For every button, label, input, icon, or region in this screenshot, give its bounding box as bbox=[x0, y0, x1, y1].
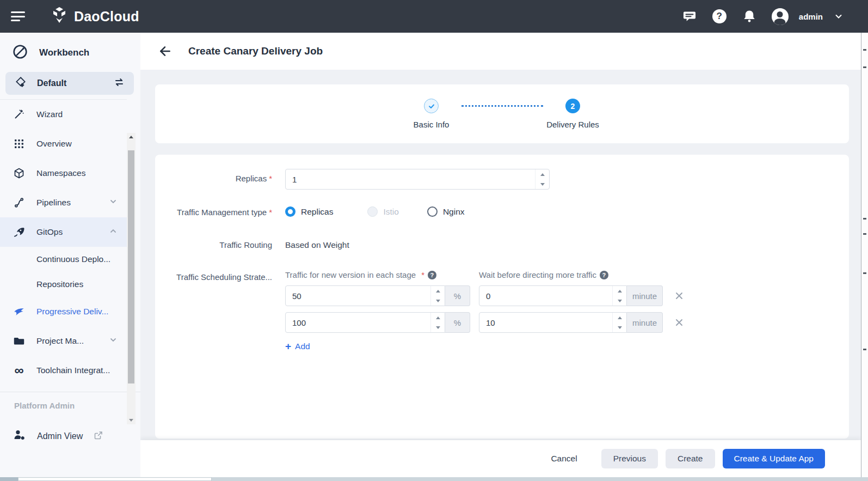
topbar-actions: ? admin bbox=[682, 9, 868, 24]
app-window: DaoCloud ? admin bbox=[0, 0, 868, 481]
scroll-down-icon[interactable] bbox=[127, 416, 136, 424]
notifications-bell-icon[interactable] bbox=[742, 9, 757, 24]
create-button[interactable]: Create bbox=[666, 449, 715, 468]
stage2-traffic-input[interactable] bbox=[286, 313, 445, 332]
radio-unselected-icon bbox=[427, 206, 438, 217]
remove-stage-button[interactable] bbox=[675, 318, 684, 327]
step-delivery-rules[interactable]: 2 Delivery Rules bbox=[543, 99, 603, 129]
feedback-chat-icon[interactable] bbox=[682, 9, 697, 24]
spinner-down-icon[interactable] bbox=[618, 326, 622, 329]
stage1-traffic-input[interactable] bbox=[286, 286, 445, 306]
spinner-down-icon[interactable] bbox=[436, 326, 440, 329]
top-navigation-bar: DaoCloud ? admin bbox=[0, 0, 868, 33]
page-header: Create Canary Delivery Job bbox=[140, 33, 861, 70]
spinner-up-icon[interactable] bbox=[436, 290, 440, 293]
required-asterisk: * bbox=[269, 208, 272, 217]
previous-button[interactable]: Previous bbox=[601, 449, 658, 468]
step-number-badge: 2 bbox=[565, 99, 580, 113]
user-menu[interactable] bbox=[772, 9, 789, 24]
sidebar-item-pipelines[interactable]: Pipelines bbox=[0, 188, 127, 217]
menu-icon[interactable] bbox=[11, 10, 26, 22]
username: admin bbox=[799, 12, 823, 21]
traffic-routing-row: Traffic Routing Based on Weight bbox=[155, 235, 849, 250]
add-stage-button[interactable]: + Add bbox=[285, 341, 323, 351]
horizontal-scrollbar-thumb[interactable] bbox=[18, 477, 212, 481]
scrollbar-thumb[interactable] bbox=[128, 150, 134, 383]
spinner-down-icon[interactable] bbox=[540, 183, 545, 186]
help-tooltip-icon[interactable]: ? bbox=[428, 271, 436, 279]
scheduling-row: Traffic Scheduling Strate... Traffic for… bbox=[155, 270, 849, 351]
spinner-up-icon[interactable] bbox=[436, 316, 440, 319]
sidebar-item-gitops[interactable]: GitOps bbox=[0, 217, 127, 247]
workspace-name: Default bbox=[37, 78, 103, 88]
sidebar-platform-section: Platform Admin Admin View bbox=[0, 392, 140, 444]
radio-replicas[interactable]: Replicas bbox=[285, 206, 333, 217]
sidebar-scrollbar[interactable] bbox=[127, 133, 136, 424]
pipeline-icon bbox=[13, 197, 25, 209]
chevron-down-icon[interactable] bbox=[834, 12, 843, 21]
sidebar-item-wizard[interactable]: Wizard bbox=[0, 100, 127, 129]
traffic-management-label: Traffic Management type bbox=[177, 208, 267, 217]
help-tooltip-icon[interactable]: ? bbox=[600, 271, 608, 279]
switch-workspace-icon[interactable] bbox=[113, 76, 125, 90]
admin-user-icon bbox=[13, 429, 26, 444]
folder-icon bbox=[13, 335, 25, 347]
sidebar-menu: Wizard Overview bbox=[0, 99, 127, 391]
required-asterisk: * bbox=[421, 270, 424, 279]
plus-icon: + bbox=[285, 341, 291, 351]
minute-unit-addon: minute bbox=[627, 312, 663, 333]
percent-unit-addon: % bbox=[445, 312, 470, 333]
spinner-down-icon[interactable] bbox=[618, 300, 622, 302]
brand-logo[interactable]: DaoCloud bbox=[50, 6, 139, 27]
stage1-traffic-spinner[interactable] bbox=[430, 286, 445, 306]
spinner-up-icon[interactable] bbox=[618, 316, 622, 319]
back-arrow-icon[interactable] bbox=[158, 44, 172, 58]
cancel-button[interactable]: Cancel bbox=[542, 449, 586, 468]
percent-unit-addon: % bbox=[445, 285, 470, 306]
sidebar-item-workbench[interactable]: Workbench bbox=[0, 33, 140, 71]
admin-view-label: Admin View bbox=[37, 431, 83, 441]
form-footer: Cancel Previous Create Create & Update A… bbox=[140, 440, 861, 477]
replicas-row: Replicas* bbox=[155, 169, 849, 190]
sidebar-item-project-management[interactable]: Project Ma... bbox=[0, 326, 127, 356]
replicas-spinner[interactable] bbox=[535, 169, 549, 189]
swallow-icon bbox=[13, 305, 25, 318]
rocket-icon bbox=[13, 226, 25, 239]
help-icon[interactable]: ? bbox=[712, 9, 727, 24]
sidebar-item-repositories[interactable]: Repositories bbox=[0, 272, 127, 297]
step-basic-info[interactable]: Basic Info bbox=[402, 99, 461, 129]
traffic-stage-header: Traffic for new version in each stage bbox=[285, 270, 416, 279]
sidebar-item-admin-view[interactable]: Admin View bbox=[0, 429, 140, 444]
replicas-input[interactable] bbox=[286, 169, 549, 189]
avatar bbox=[772, 8, 789, 25]
replicas-input-wrap bbox=[285, 169, 550, 190]
create-update-app-button[interactable]: Create & Update App bbox=[723, 449, 826, 468]
daocloud-logo-icon bbox=[50, 6, 69, 27]
scheduling-label: Traffic Scheduling Strate... bbox=[155, 270, 272, 351]
sidebar-item-continuous-deployment[interactable]: Continuous Deplo... bbox=[0, 247, 127, 272]
sidebar-item-overview[interactable]: Overview bbox=[0, 129, 127, 159]
horizontal-scrollbar[interactable] bbox=[0, 477, 868, 481]
stage2-traffic-spinner[interactable] bbox=[430, 313, 445, 332]
scheduling-headers: Traffic for new version in each stage * … bbox=[285, 270, 684, 279]
sidebar-item-toolchain-integration[interactable]: ∞ Toolchain Integrat... bbox=[0, 356, 127, 385]
scrollbar-corner bbox=[0, 477, 18, 481]
stage1-wait-input[interactable] bbox=[479, 286, 626, 306]
stage1-wait-spinner[interactable] bbox=[612, 286, 626, 306]
spinner-up-icon[interactable] bbox=[618, 290, 622, 293]
workspace-selector[interactable]: Default bbox=[5, 72, 134, 95]
stage2-wait-input[interactable] bbox=[479, 313, 626, 332]
scroll-up-icon[interactable] bbox=[127, 133, 136, 141]
platform-admin-label: Platform Admin bbox=[0, 401, 140, 410]
stepper: Basic Info 2 Delivery Rules bbox=[402, 99, 603, 129]
required-asterisk: * bbox=[269, 174, 272, 183]
sidebar-item-progressive-delivery[interactable]: Progressive Deliv... bbox=[0, 297, 127, 326]
spinner-down-icon[interactable] bbox=[436, 300, 440, 302]
workspace-icon bbox=[14, 76, 27, 91]
radio-nginx[interactable]: Nginx bbox=[427, 206, 465, 217]
sidebar-item-namespaces[interactable]: Namespaces bbox=[0, 159, 127, 188]
replicas-label: Replicas bbox=[236, 174, 267, 183]
spinner-up-icon[interactable] bbox=[540, 173, 545, 176]
stage2-wait-spinner[interactable] bbox=[612, 313, 626, 332]
remove-stage-button[interactable] bbox=[675, 291, 684, 300]
